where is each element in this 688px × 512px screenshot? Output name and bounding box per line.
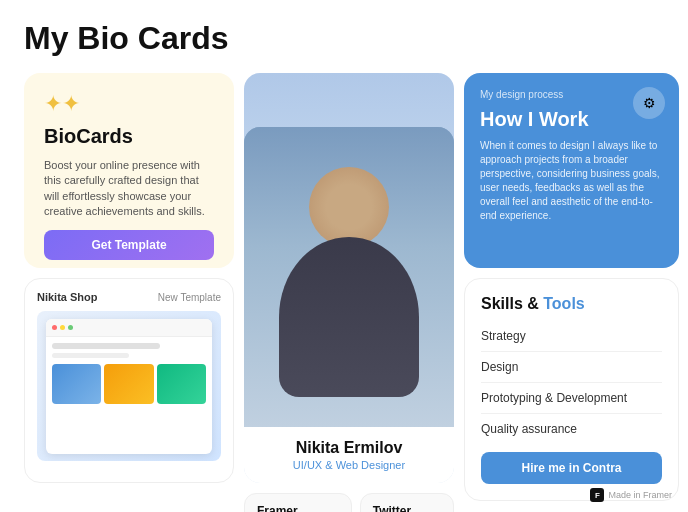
skill-design: Design: [481, 352, 662, 383]
cards-layout: ✦✦ BioCards Boost your online presence w…: [24, 73, 664, 512]
twitter-card: Twitter @UIX__Nikita Follow: [360, 493, 454, 512]
column-3: My design process How I Work When it com…: [464, 73, 679, 512]
shop-preview-inner: [46, 319, 212, 454]
shop-preview: [37, 311, 221, 461]
dot-green: [68, 325, 73, 330]
column-2: Nikita Ermilov UI/UX & Web Designer Fram…: [244, 73, 454, 512]
twitter-platform: Twitter: [373, 504, 441, 512]
shop-header: Nikita Shop New Template: [37, 291, 221, 303]
profile-role: UI/UX & Web Designer: [260, 459, 438, 471]
framer-platform: Framer: [257, 504, 339, 512]
profile-name: Nikita Ermilov: [260, 439, 438, 457]
biocards-description: Boost your online presence with this car…: [44, 158, 214, 220]
page: My Bio Cards ✦✦ BioCards Boost your onli…: [0, 0, 688, 512]
framer-logo-icon: F: [590, 488, 604, 502]
person-silhouette: [244, 127, 454, 427]
made-in-framer: Made in Framer: [608, 490, 672, 500]
get-template-button[interactable]: Get Template: [44, 230, 214, 260]
page-title: My Bio Cards: [24, 20, 664, 57]
preview-header-bar: [46, 319, 212, 337]
preview-line-2: [52, 353, 129, 358]
biocards-title: BioCards: [44, 125, 214, 148]
skill-prototyping: Prototyping & Development: [481, 383, 662, 414]
hire-button[interactable]: Hire me in Contra: [481, 452, 662, 484]
nikita-shop-card: Nikita Shop New Template: [24, 278, 234, 483]
preview-cards-row: [52, 364, 206, 404]
how-i-work-desc: When it comes to design I always like to…: [480, 139, 663, 223]
skill-strategy: Strategy: [481, 321, 662, 352]
preview-mini-card-2: [104, 364, 153, 404]
new-template-badge: New Template: [158, 292, 221, 303]
dot-yellow: [60, 325, 65, 330]
skills-title: Skills & Tools: [481, 295, 662, 313]
how-i-work-card: My design process How I Work When it com…: [464, 73, 679, 268]
profile-photo: [244, 127, 454, 427]
skills-card: Skills & Tools Strategy Design Prototypi…: [464, 278, 679, 501]
dot-red: [52, 325, 57, 330]
footer-badge: F Made in Framer: [590, 488, 672, 502]
framer-card: Framer /nikita-ermilov 5 Templates: [244, 493, 352, 512]
profile-info: Nikita Ermilov UI/UX & Web Designer: [244, 427, 454, 483]
framer-info: Framer /nikita-ermilov: [257, 504, 339, 512]
column-1: ✦✦ BioCards Boost your online presence w…: [24, 73, 234, 512]
person-head: [309, 167, 389, 247]
preview-mini-card-3: [157, 364, 206, 404]
skill-qa: Quality assurance: [481, 414, 662, 444]
profile-card: Nikita Ermilov UI/UX & Web Designer: [244, 73, 454, 483]
biocards-card: ✦✦ BioCards Boost your online presence w…: [24, 73, 234, 268]
shop-name: Nikita Shop: [37, 291, 98, 303]
design-badge-icon: ⚙: [633, 87, 665, 119]
preview-line-1: [52, 343, 160, 349]
sparkle-icon: ✦✦: [44, 93, 214, 115]
social-cards-grid: Framer /nikita-ermilov 5 Templates Twitt…: [244, 493, 454, 512]
person-body: [279, 237, 419, 397]
twitter-info: Twitter @UIX__Nikita: [373, 504, 441, 512]
preview-content: [46, 337, 212, 410]
preview-mini-card-1: [52, 364, 101, 404]
